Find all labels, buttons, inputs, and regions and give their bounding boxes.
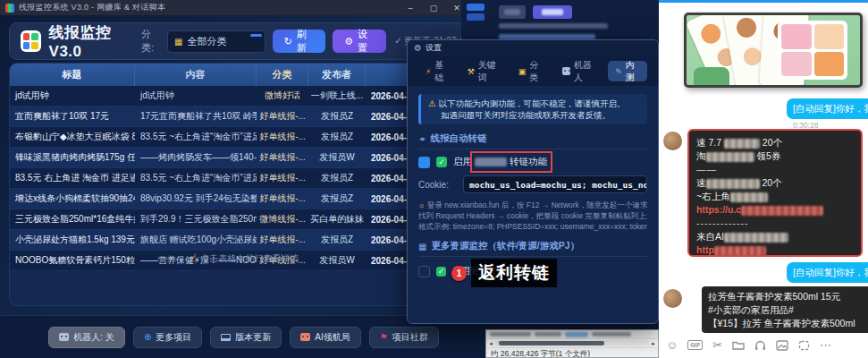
folder-icon: ▣ — [518, 67, 527, 76]
flag-icon: ⚑ — [380, 332, 388, 342]
page-title: 线报监控 V3.0 — [49, 22, 141, 61]
pencil-icon: ✎ — [615, 67, 622, 76]
horizontal-scrollbar[interactable]: ◄ ► — [486, 338, 658, 348]
tab-keywords[interactable]: ⚒ 关键词 — [460, 61, 508, 81]
headset-icon[interactable] — [754, 340, 766, 351]
link-text[interactable]: http — [696, 244, 714, 255]
gif-icon[interactable]: GIF — [687, 340, 703, 350]
cookie-input[interactable]: mochu_us_load=mochu_us; mochu_us_notice — [463, 175, 647, 193]
explorer-window-fragment: ◄ ► 约 26,428,426 字节(1 个文件) — [485, 329, 659, 358]
tab-beta[interactable]: ✎ 内测 — [608, 61, 647, 81]
maximize-button[interactable]: ▢ — [428, 4, 439, 13]
outgoing-bubble[interactable]: [自动回复]你好，我现 — [787, 98, 868, 119]
link-text[interactable]: https://u.c — [696, 204, 741, 215]
checkbox-unchecked[interactable] — [418, 266, 430, 277]
minimize-button[interactable]: – — [405, 4, 416, 13]
annotation-label: 返利转链 — [471, 259, 557, 287]
screen: 线报监控系统 V3.0 - 网赚库 & 对话脚本 – ▢ ✕ 线报监控 V3.0… — [0, 0, 868, 358]
avatar[interactable] — [663, 289, 682, 308]
scrollbar-thumb[interactable] — [499, 341, 604, 345]
app-icon — [5, 4, 14, 13]
category-select[interactable]: ▦ 全部分类 — [167, 30, 265, 53]
background-window-fragment — [461, 0, 659, 39]
robot-toggle-button[interactable]: 机器人: 关 — [48, 327, 125, 348]
pointing-hand-icon: ☝ — [190, 251, 197, 264]
gear-icon: ⚙ — [414, 43, 422, 53]
select-indicator — [250, 34, 262, 37]
robot-icon — [59, 333, 69, 341]
cookie-row: Cookie: mochu_us_load=mochu_us; mochu_us… — [418, 175, 647, 193]
refresh-icon: ↻ — [284, 36, 292, 47]
emoji-icon[interactable]: ☺ — [666, 338, 678, 352]
package-icon: ▦ — [418, 242, 426, 251]
project-community-button[interactable]: ⚑ 项目社群 — [369, 327, 439, 348]
window-title: 线报监控系统 V3.0 - 网赚库 & 对话脚本 — [19, 2, 165, 13]
section-autolink: ⚭ 线报自动转链 — [418, 132, 647, 149]
link-icon: ⚭ — [418, 134, 426, 144]
wrench-icon: ⚒ — [468, 67, 475, 76]
laptop-icon — [221, 334, 231, 341]
col-category: 分类 — [257, 64, 308, 86]
chat-accent-line — [659, 0, 868, 3]
screen-capture-icon[interactable] — [798, 340, 810, 351]
confirm-button[interactable] — [533, 5, 572, 19]
cookie-label: Cookie: — [418, 180, 456, 190]
outgoing-bubble[interactable]: [自动回复]你好，我现 — [787, 262, 868, 283]
color-swatch[interactable] — [418, 157, 430, 168]
scroll-left-icon[interactable]: ◄ — [486, 341, 495, 346]
scroll-right-icon[interactable]: ► — [649, 341, 658, 346]
section-more-monitor: ▦ 更多资源监控（软件/资源/游戏PJ） — [418, 240, 647, 257]
bulb-icon: ☼ — [418, 200, 426, 209]
small-blue-button[interactable] — [467, 13, 485, 21]
more-projects-button[interactable]: ⊕ 更多项目 — [133, 327, 202, 348]
incoming-message[interactable]: 拉芳鱼子酱膏护发素500ml 15元 #小卖部の家居用品# 【¥15】拉芳 鱼子… — [702, 286, 868, 333]
tab-category[interactable]: ▣ 分类 — [511, 61, 552, 81]
refresh-button[interactable]: ↻ 刷新 — [273, 30, 325, 53]
robot-icon — [562, 67, 571, 75]
version-update-button[interactable]: 版本更新 — [210, 327, 282, 348]
category-selected: 全部分类 — [187, 35, 226, 48]
folder-icon[interactable] — [732, 340, 745, 350]
checkbox-checked[interactable]: ✓ — [436, 157, 447, 167]
status-bar: 约 26,428,426 字节(1 个文件) — [486, 348, 658, 358]
bolt-icon: ⚡ — [426, 67, 431, 76]
settings-button[interactable]: ⚙ 设置 — [333, 30, 386, 53]
col-publisher: 发布者 — [308, 64, 366, 86]
cookie-tips: ☼登录 new.xianbao.fun 后，按 F12 → Network，随意… — [418, 200, 647, 232]
warning-icon: ⚠ — [428, 98, 436, 108]
col-title: 标题 — [10, 64, 135, 86]
dialog-tabs: ⚡ 基础 ⚒ 关键词 ▣ 分类 机器人 ✎ 内测 — [408, 55, 658, 86]
app-logo-icon — [21, 30, 41, 52]
check-icon: ✓ — [436, 267, 446, 277]
selected-item[interactable] — [565, 332, 588, 337]
gear-icon: ⚙ — [344, 36, 353, 47]
beta-warning: ⚠以下功能为内测功能，可能不稳定，请谨慎开启。 如遇问题可关闭对应功能或联系开发… — [418, 94, 647, 124]
scissors-icon[interactable]: ✂ — [712, 338, 722, 352]
chat-image-message[interactable] — [684, 13, 863, 88]
tab-basic[interactable]: ⚡ 基础 — [418, 61, 457, 81]
add-button[interactable] — [499, 5, 526, 19]
tab-robot[interactable]: 机器人 — [555, 61, 605, 81]
dialog-titlebar: ⚙ 设置 — [408, 40, 658, 55]
robot-icon — [300, 333, 310, 341]
ai-hub-button[interactable]: AI领航局 — [290, 327, 360, 348]
incoming-message-annotated[interactable]: 速 7.7 20个 淘 领5券 —— 速 20个 ~右上角 https://u.… — [687, 129, 863, 257]
category-label: 分类: — [141, 28, 162, 55]
col-content: 内容 — [135, 64, 257, 86]
autolink-enable-row: ✓ 启用 转链功能 — [418, 156, 647, 168]
explorer-items-row — [486, 330, 658, 338]
globe-icon: ⊕ — [144, 332, 151, 342]
annotation-badge: 1 — [451, 266, 467, 281]
chat-window: [自动回复]你好，我现 0:30:28 速 7.7 20个 淘 领5券 —— 速… — [659, 0, 868, 358]
image-icon[interactable] — [776, 340, 788, 351]
small-blue-button[interactable] — [467, 4, 485, 11]
avatar[interactable] — [663, 132, 682, 150]
dialog-title: 设置 — [426, 42, 442, 54]
os-titlebar: 线报监控系统 V3.0 - 网赚库 & 对话脚本 – ▢ ✕ — [0, 0, 487, 15]
chat-toolbar: ☺ GIF ✂ ⋯ — [666, 338, 831, 352]
more-icon[interactable]: ⋯ — [820, 338, 831, 352]
grid-icon: ▦ — [174, 37, 182, 47]
